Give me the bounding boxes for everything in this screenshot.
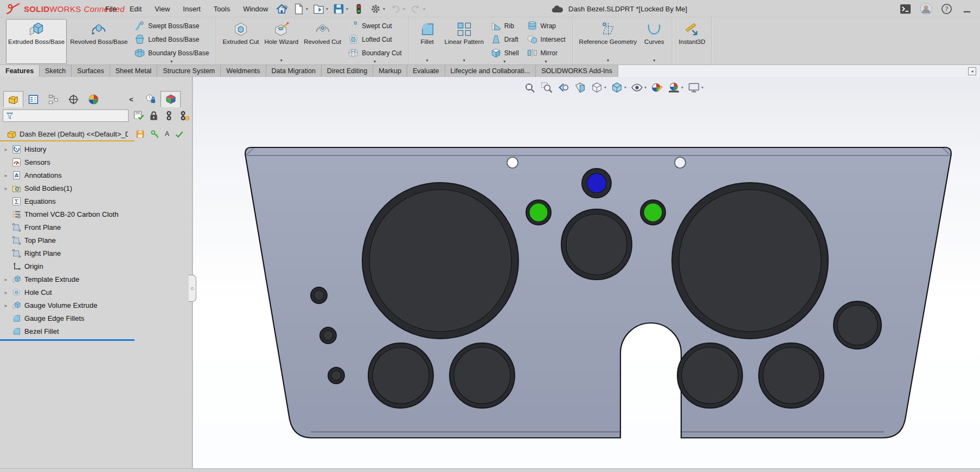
link-refresh-button[interactable]	[178, 110, 190, 121]
aux-gauge-bottom-left-2[interactable]	[450, 343, 515, 408]
aux-gauge-bottom-right-2[interactable]	[759, 343, 824, 408]
redo-button[interactable]: ▾	[408, 2, 427, 16]
wrap-button[interactable]: Wrap	[524, 19, 568, 33]
tab-sketch[interactable]: Sketch	[40, 65, 72, 77]
expand-arrow-icon[interactable]: ▸	[0, 276, 12, 282]
expand-arrow-icon[interactable]: ▸	[0, 172, 12, 178]
intersect-button[interactable]: Intersect	[524, 33, 568, 46]
tree-item-thornel-vcb-20-carbon-cloth[interactable]: Thornel VCB-20 Carbon Cloth	[0, 208, 192, 221]
configurationmanager-tab[interactable]	[43, 91, 63, 107]
mirror-button[interactable]: Mirror	[524, 46, 568, 60]
tree-item-hole-cut[interactable]: ▸Hole Cut	[0, 286, 192, 299]
center-gauge[interactable]	[561, 209, 632, 280]
dropdown-caret-icon[interactable]: ▾	[607, 58, 609, 63]
expand-arrow-icon[interactable]: ▸	[0, 302, 12, 308]
dropdown-caret-icon[interactable]: ▾	[403, 7, 405, 11]
displaymanager-tab[interactable]	[84, 91, 104, 107]
open-button[interactable]: ▾	[311, 2, 330, 16]
collapse-panel-button[interactable]: <	[125, 91, 137, 107]
right-main-gauge[interactable]	[672, 183, 828, 339]
mount-hole-left[interactable]	[507, 157, 518, 168]
rib-button[interactable]: Rib	[488, 19, 521, 33]
tree-item-origin[interactable]: Origin	[0, 260, 192, 273]
extruded-boss-base-button[interactable]: Extruded Boss/Base	[6, 19, 67, 64]
dropdown-caret-icon[interactable]: ▾	[624, 85, 626, 90]
tab-solidworks-add-ins[interactable]: SOLIDWORKS Add-Ins	[536, 65, 618, 77]
boundary-boss-base-button[interactable]: Boundary Boss/Base	[132, 46, 211, 60]
indicator-green-left[interactable]	[526, 200, 551, 225]
help-button[interactable]: ?	[940, 3, 953, 15]
tab-lifecycle-and-collaborati[interactable]: Lifecycle and Collaborati...	[445, 65, 536, 77]
menu-tools[interactable]: Tools	[207, 0, 236, 17]
tab-evaluate[interactable]: Evaluate	[407, 65, 445, 77]
tab-structure-system[interactable]: Structure System	[157, 65, 221, 77]
indicator-blue[interactable]	[582, 169, 611, 198]
left-main-gauge[interactable]	[362, 183, 518, 339]
user-avatar[interactable]	[920, 3, 932, 15]
switch-hole-1[interactable]	[311, 287, 327, 303]
curves-button[interactable]: Curves▾	[640, 19, 668, 64]
link-button[interactable]	[163, 110, 175, 121]
dropdown-caret-icon[interactable]: ▾	[463, 58, 465, 63]
tree-item-equations[interactable]: ΣEquations	[0, 195, 192, 208]
tree-item-top-plane[interactable]: Top Plane	[0, 234, 192, 247]
dropdown-caret-icon[interactable]: ▾	[644, 85, 646, 90]
expand-arrow-icon[interactable]: ▸	[0, 185, 12, 191]
revolved-cut-button[interactable]: Revolved Cut	[302, 19, 343, 64]
dropdown-caret-icon[interactable]: ▾	[345, 60, 403, 64]
save-button[interactable]: ▾	[331, 2, 350, 16]
model-dash-bezel[interactable]	[193, 77, 980, 468]
home-button[interactable]	[274, 2, 290, 16]
lofted-cut-button[interactable]: Lofted Cut	[345, 33, 403, 46]
edit-appearance-button[interactable]	[650, 81, 664, 94]
linear-pattern-button[interactable]: Linear Pattern▾	[443, 19, 486, 64]
menu-view[interactable]: View	[148, 0, 176, 17]
graphics-viewport[interactable]: ▾▾▾▾▾	[193, 77, 980, 468]
tab-features[interactable]: Features	[0, 65, 40, 77]
undo-button[interactable]: ▾	[388, 2, 407, 16]
dropdown-caret-icon[interactable]: ▾	[653, 58, 655, 63]
switch-hole-3[interactable]	[328, 367, 344, 384]
locked-button[interactable]	[148, 110, 159, 121]
revolved-boss-base-button[interactable]: Revolved Boss/Base	[68, 19, 130, 64]
zoom-to-area-button[interactable]	[540, 81, 553, 94]
minimize-button[interactable]	[961, 3, 973, 15]
dropdown-caret-icon[interactable]: ▾	[326, 7, 328, 11]
tab-data-migration[interactable]: Data Migration	[266, 65, 322, 77]
aux-gauge-right[interactable]	[834, 301, 881, 349]
draft-button[interactable]: Draft	[488, 33, 521, 46]
tree-item-annotations[interactable]: ▸AAnnotations	[0, 169, 192, 182]
dropdown-caret-icon[interactable]: ▾	[681, 85, 683, 90]
save-to-3dexperience-button[interactable]	[133, 110, 144, 121]
instant3d-button[interactable]: Instant3D	[676, 19, 707, 64]
dropdown-caret-icon[interactable]: ▾	[524, 60, 568, 64]
command-prompt-button[interactable]	[899, 3, 912, 15]
tree-item-bezel-fillet[interactable]: Bezel Fillet	[0, 325, 192, 338]
dropdown-caret-icon[interactable]: ▾	[132, 60, 211, 64]
display-style-button[interactable]: ▾	[610, 81, 627, 94]
options-gear-button[interactable]: ▾	[368, 2, 387, 16]
rollback-bar[interactable]	[0, 339, 134, 341]
lifecycle-status-button[interactable]	[351, 2, 367, 16]
extruded-cut-button[interactable]: Extruded Cut	[220, 19, 261, 64]
hide-show-items-button[interactable]: ▾	[630, 81, 647, 94]
dropdown-caret-icon[interactable]: ▾	[346, 7, 348, 11]
apply-scene-button[interactable]: ▾	[667, 81, 684, 94]
switch-hole-2[interactable]	[320, 327, 336, 344]
reference-geometry-button[interactable]: Reference Geometry▾	[577, 19, 639, 64]
shell-button[interactable]: Shell	[488, 46, 521, 60]
dropdown-caret-icon[interactable]: ▾	[701, 85, 703, 90]
appearances-tab[interactable]	[161, 91, 181, 107]
tree-item-history[interactable]: ▸History	[0, 143, 192, 156]
boundary-cut-button[interactable]: Boundary Cut	[345, 46, 403, 60]
tab-sheet-metal[interactable]: Sheet Metal	[110, 65, 158, 77]
tree-item-sensors[interactable]: Sensors	[0, 156, 192, 169]
menu-insert[interactable]: Insert	[176, 0, 207, 17]
menu-edit[interactable]: Edit	[123, 0, 148, 17]
hole-wizard-button[interactable]: Hole Wizard▾	[262, 19, 301, 64]
tab-markup[interactable]: Markup	[373, 65, 407, 77]
tree-root-dash-bezel[interactable]: Dash Bezel (Default) <<Default>_DispA	[0, 127, 192, 140]
tree-item-template-extrude[interactable]: ▸Template Extrude	[0, 273, 192, 286]
dropdown-caret-icon[interactable]: ▾	[604, 85, 606, 90]
tab-surfaces[interactable]: Surfaces	[72, 65, 110, 77]
